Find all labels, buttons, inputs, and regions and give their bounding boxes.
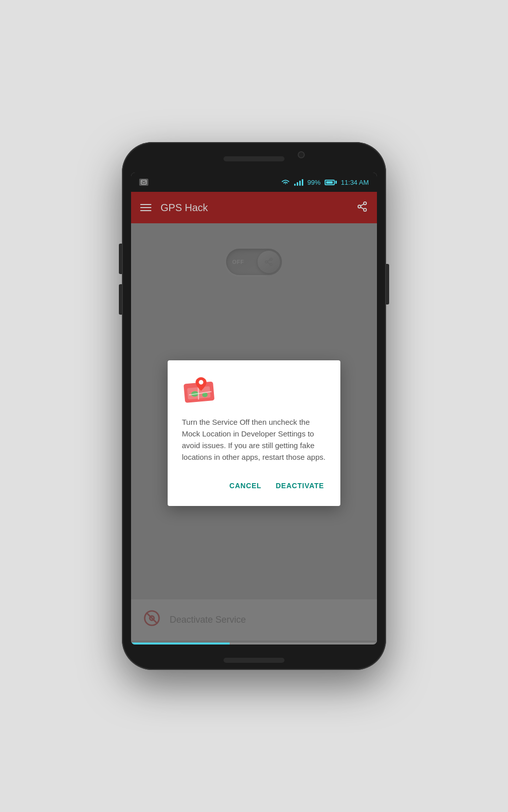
phone-screen: 99% 11:34 AM GPS Hack <box>131 173 377 645</box>
dialog-text: Turn the Service Off then uncheck the Mo… <box>182 416 326 463</box>
volume-down-button[interactable] <box>119 284 122 315</box>
status-time: 11:34 AM <box>341 179 369 186</box>
status-bar: 99% 11:34 AM <box>131 173 377 192</box>
app-title: GPS Hack <box>161 202 208 214</box>
volume-up-button[interactable] <box>119 244 122 274</box>
map-icon <box>182 375 218 404</box>
status-left <box>139 179 148 186</box>
hamburger-menu-icon[interactable] <box>140 204 151 211</box>
dialog-buttons: CANCEL DEACTIVATE <box>182 478 326 498</box>
notification-icon <box>139 179 148 186</box>
deactivate-button[interactable]: DEACTIVATE <box>274 478 326 494</box>
phone-camera <box>298 151 305 158</box>
svg-line-5 <box>361 204 364 206</box>
bottom-accent-bar <box>131 642 377 645</box>
dialog-overlay: Turn the Service Off then uncheck the Mo… <box>131 223 377 642</box>
svg-rect-0 <box>141 180 146 184</box>
svg-line-4 <box>361 207 364 209</box>
signal-icon <box>294 179 303 186</box>
svg-point-18 <box>199 380 203 384</box>
power-button[interactable] <box>386 264 389 304</box>
battery-icon <box>325 180 337 185</box>
home-button[interactable] <box>224 658 284 663</box>
share-icon[interactable] <box>357 201 368 215</box>
cancel-button[interactable]: CANCEL <box>227 478 263 494</box>
main-content: OFF <box>131 223 377 642</box>
status-right: 99% 11:34 AM <box>281 179 369 186</box>
phone-device: 99% 11:34 AM GPS Hack <box>122 142 386 670</box>
app-bar: GPS Hack <box>131 192 377 223</box>
dialog-icon <box>182 375 326 406</box>
app-bar-left: GPS Hack <box>140 202 208 214</box>
battery-percent: 99% <box>307 179 321 186</box>
dialog: Turn the Service Off then uncheck the Mo… <box>168 360 340 506</box>
wifi-icon <box>281 179 290 186</box>
